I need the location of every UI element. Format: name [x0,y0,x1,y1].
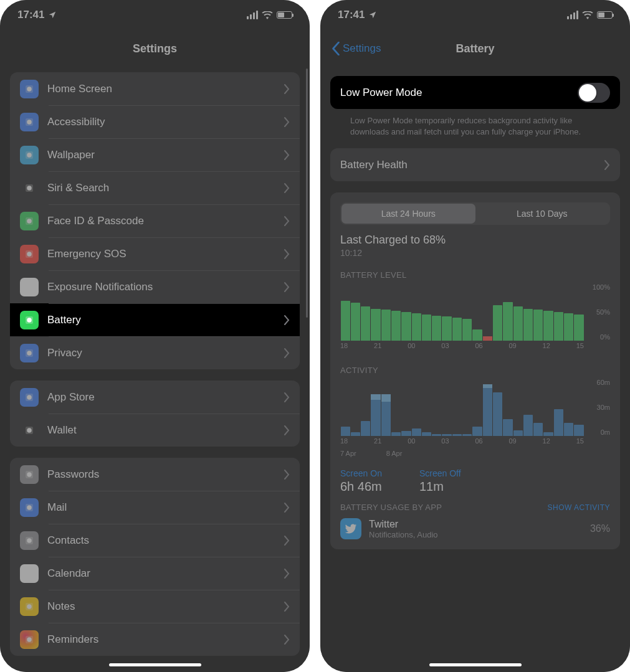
exposure-icon [20,278,39,296]
wallet-icon [20,421,39,440]
low-power-mode-toggle[interactable] [578,83,610,103]
svg-point-13 [27,285,32,290]
settings-row-label: Calendar [47,567,284,580]
app-percent: 36% [590,523,610,534]
notes-icon [20,597,39,616]
appstore-icon [20,388,39,407]
settings-row-exposure-notifications[interactable]: Exposure Notifications [10,270,300,303]
settings-row-wallpaper[interactable]: Wallpaper [10,138,300,171]
chevron-right-icon [284,425,290,435]
settings-row-face-id-passcode[interactable]: Face ID & Passcode [10,204,300,237]
settings-row-reminders[interactable]: Reminders [10,623,300,656]
status-bar: 17:41 [320,0,630,30]
settings-row-label: Siri & Search [47,182,284,194]
low-power-mode-row: Low Power Mode [330,76,620,109]
nav-bar: Settings Battery [320,32,630,65]
siri-icon [20,179,39,197]
phone-battery: 17:41 Settings Battery Low Power Mode [320,0,630,672]
settings-row-label: Wallet [47,424,284,437]
svg-point-29 [27,571,32,576]
settings-row-siri-search[interactable]: Siri & Search [10,171,300,204]
contacts-icon [20,531,39,550]
passwords-icon [20,465,39,484]
svg-point-11 [27,252,32,257]
settings-row-label: App Store [47,391,284,404]
settings-row-calendar[interactable]: Calendar [10,557,300,590]
battery-health-row[interactable]: Battery Health [330,148,620,181]
chevron-right-icon [284,315,290,325]
svg-point-5 [27,153,32,158]
back-label: Settings [343,42,381,55]
battery-status-icon [277,11,292,19]
battery-level-heading: BATTERY LEVEL [340,270,610,280]
svg-point-9 [27,219,32,224]
chevron-right-icon [284,392,290,402]
scroll-indicator [306,69,308,318]
mail-icon [20,498,39,517]
svg-point-27 [27,538,32,543]
wifi-icon [262,11,273,19]
settings-row-label: Face ID & Passcode [47,215,284,227]
settings-row-contacts[interactable]: Contacts [10,524,300,557]
phone-settings: 17:41 Settings Home ScreenAccessibilityW… [0,0,310,672]
settings-row-label: Privacy [47,347,284,359]
settings-row-emergency-sos[interactable]: Emergency SOS [10,237,300,270]
svg-point-19 [27,395,32,400]
location-icon [48,11,57,19]
settings-row-mail[interactable]: Mail [10,491,300,524]
home-screen-icon [20,80,39,98]
usage-by-app-heading: BATTERY USAGE BY APP [340,503,442,512]
activity-heading: ACTIVITY [340,366,610,375]
settings-row-wallet[interactable]: Wallet [10,414,300,447]
segment-last-24h[interactable]: Last 24 Hours [341,204,475,224]
wallpaper-icon [20,146,39,164]
settings-row-privacy[interactable]: Privacy [10,336,300,369]
chevron-right-icon [284,569,290,579]
home-indicator[interactable] [109,663,201,666]
settings-row-label: Reminders [47,633,284,646]
chevron-right-icon [284,536,290,546]
battery-health-label: Battery Health [340,159,604,171]
svg-point-25 [27,505,32,510]
app-name: Twitter [369,519,583,530]
settings-row-notes[interactable]: Notes [10,590,300,623]
svg-point-15 [27,318,32,323]
settings-row-accessibility[interactable]: Accessibility [10,105,300,138]
back-button[interactable]: Settings [332,42,381,55]
settings-row-app-store[interactable]: App Store [10,381,300,414]
chevron-left-icon [332,42,340,55]
svg-point-17 [27,351,32,356]
screen-off-label: Screen Off [419,468,461,478]
settings-row-home-screen[interactable]: Home Screen [10,72,300,105]
battery-icon [20,311,39,329]
svg-point-1 [27,87,32,92]
settings-row-passwords[interactable]: Passwords [10,458,300,491]
battery-status-icon [597,11,613,19]
chevron-right-icon [284,348,290,358]
app-usage-row[interactable]: Twitter Notifications, Audio 36% [340,518,610,539]
settings-row-label: Contacts [47,534,284,547]
show-activity-button[interactable]: SHOW ACTIVITY [547,503,610,512]
chevron-right-icon [284,635,290,645]
wifi-icon [582,11,593,19]
chevron-right-icon [284,84,290,94]
cell-signal-icon [247,11,258,19]
settings-row-battery[interactable]: Battery [10,303,300,336]
chevron-right-icon [284,470,290,480]
screen-on-summary: Screen On 6h 46m [340,468,382,494]
segment-last-10d[interactable]: Last 10 Days [475,204,609,224]
cell-signal-icon [567,11,578,19]
status-time: 17:41 [338,9,365,21]
status-bar: 17:41 [0,0,310,30]
app-subtext: Notifications, Audio [369,530,583,539]
battery-level-chart: 100%50%0% 1821000306091215 [340,283,610,353]
settings-row-label: Accessibility [47,116,284,128]
privacy-icon [20,344,39,362]
screen-off-value: 11m [419,480,461,494]
svg-point-23 [27,472,32,477]
settings-row-label: Emergency SOS [47,248,284,260]
home-indicator[interactable] [429,663,522,666]
chevron-right-icon [284,282,290,292]
page-title: Settings [133,42,177,55]
svg-point-7 [27,186,32,191]
